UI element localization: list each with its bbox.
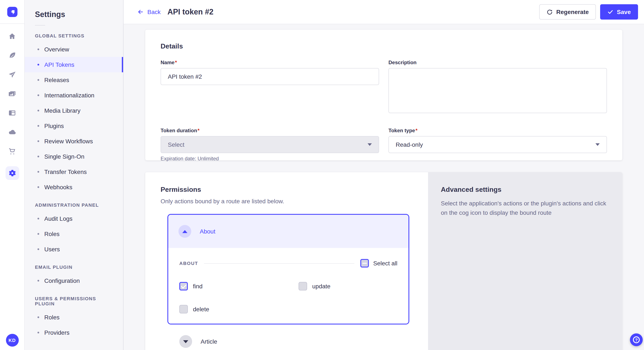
- chevron-down-icon: [183, 340, 188, 343]
- gear-icon[interactable]: [5, 166, 19, 180]
- sidebar-item-providers[interactable]: Providers: [25, 325, 123, 340]
- description-label: Description: [388, 59, 607, 65]
- token-type-value: Read-only: [396, 141, 423, 148]
- sidebar-item-up-roles[interactable]: Roles: [25, 310, 123, 325]
- bullet-icon: [38, 79, 39, 81]
- sidebar-item-review-workflows[interactable]: Review Workflows: [25, 134, 123, 149]
- advanced-settings-panel: Advanced settings Select the application…: [428, 172, 622, 350]
- token-duration-select[interactable]: Select: [160, 136, 379, 153]
- page-content: Details Name* Description Token duration…: [124, 24, 644, 350]
- sidebar-item-internationalization[interactable]: Internationalization: [25, 88, 123, 103]
- advanced-settings-heading: Advanced settings: [441, 186, 610, 193]
- sidebar-section-label: ADMINISTRATION PANEL: [25, 202, 123, 207]
- header-actions: Regenerate Save: [539, 4, 638, 19]
- details-heading: Details: [160, 42, 607, 50]
- chevron-up-icon: [182, 230, 188, 233]
- sidebar-section-admin-panel: ADMINISTRATION PANEL Audit Logs Roles Us…: [25, 202, 123, 257]
- name-input[interactable]: [160, 68, 379, 85]
- pen-icon[interactable]: [7, 50, 17, 60]
- name-field-group: Name*: [160, 59, 379, 115]
- sidebar-item-single-sign-on[interactable]: Single Sign-On: [25, 149, 123, 164]
- sidebar-section-label: GLOBAL SETTINGS: [25, 33, 123, 38]
- home-icon[interactable]: [7, 31, 17, 41]
- avatar[interactable]: KD: [6, 334, 18, 347]
- permissions-card: Permissions Only actions bound by a rout…: [145, 172, 622, 350]
- help-button[interactable]: ?: [630, 334, 643, 346]
- required-asterisk: *: [175, 59, 177, 65]
- actions-grid: find update delete: [179, 282, 398, 313]
- save-button[interactable]: Save: [600, 4, 638, 19]
- sidebar-item-webhooks[interactable]: Webhooks: [25, 179, 123, 195]
- bullet-icon: [38, 316, 39, 318]
- send-icon[interactable]: [7, 69, 17, 80]
- select-all-checkbox[interactable]: [360, 259, 369, 268]
- sidebar-item-api-tokens[interactable]: API Tokens: [25, 57, 123, 72]
- find-checkbox[interactable]: [179, 282, 188, 291]
- details-form: Name* Description: [160, 59, 607, 115]
- layout-icon[interactable]: [7, 108, 17, 118]
- action-find[interactable]: find: [179, 282, 298, 291]
- description-textarea[interactable]: [388, 68, 607, 113]
- permissions-subtitle: Only actions bound by a route are listed…: [145, 198, 428, 204]
- regenerate-button[interactable]: Regenerate: [539, 4, 596, 19]
- token-type-label: Token type*: [388, 128, 607, 134]
- token-type-select[interactable]: Read-only: [388, 136, 607, 153]
- question-mark-icon: ?: [633, 336, 640, 343]
- accordion-about: About ABOUT Select all: [168, 214, 409, 325]
- bullet-icon: [38, 64, 39, 65]
- action-update[interactable]: update: [298, 282, 398, 291]
- update-checkbox[interactable]: [298, 282, 307, 291]
- bullet-icon: [38, 171, 39, 173]
- action-delete[interactable]: delete: [179, 305, 298, 313]
- required-asterisk: *: [416, 128, 418, 134]
- about-section-row: ABOUT Select all: [179, 259, 398, 268]
- sidebar-item-audit-logs[interactable]: Audit Logs: [25, 211, 123, 226]
- permissions-heading: Permissions: [145, 186, 428, 193]
- expand-toggle-button[interactable]: [179, 335, 192, 348]
- regenerate-label: Regenerate: [556, 8, 589, 15]
- cloud-icon[interactable]: [7, 127, 17, 137]
- about-section-label: ABOUT: [179, 261, 198, 266]
- sidebar-item-transfer-tokens[interactable]: Transfer Tokens: [25, 164, 123, 179]
- back-label: Back: [147, 8, 160, 15]
- settings-sidebar: Settings GLOBAL SETTINGS Overview API To…: [25, 0, 124, 350]
- accordion-article-header[interactable]: Article: [145, 333, 428, 350]
- media-icon[interactable]: [7, 88, 17, 99]
- delete-checkbox[interactable]: [179, 305, 188, 313]
- strapi-settings-app: KD Settings GLOBAL SETTINGS Overview API…: [0, 0, 644, 350]
- description-field-group: Description: [388, 59, 607, 115]
- strapi-logo[interactable]: [7, 6, 17, 17]
- permissions-panel: Permissions Only actions bound by a rout…: [145, 172, 428, 350]
- bullet-icon: [38, 110, 39, 111]
- name-label: Name*: [160, 59, 379, 65]
- sidebar-item-users[interactable]: Users: [25, 242, 123, 257]
- collapse-toggle-button[interactable]: [178, 225, 191, 238]
- bullet-icon: [38, 186, 39, 188]
- bullet-icon: [38, 332, 39, 334]
- sidebar-item-media-library[interactable]: Media Library: [25, 103, 123, 118]
- refresh-icon: [546, 9, 553, 15]
- bullet-icon: [38, 248, 39, 250]
- check-icon: [608, 9, 614, 15]
- bullet-icon: [38, 94, 39, 96]
- find-label: find: [193, 283, 202, 290]
- sidebar-item-plugins[interactable]: Plugins: [25, 118, 123, 134]
- sidebar-item-overview[interactable]: Overview: [25, 42, 123, 57]
- back-button[interactable]: Back: [137, 8, 160, 15]
- sidebar-item-roles[interactable]: Roles: [25, 226, 123, 242]
- token-type-field-group: Token type* Read-only: [388, 128, 607, 162]
- cart-icon[interactable]: [7, 146, 17, 156]
- advanced-settings-description: Select the application's actions or the …: [441, 199, 610, 217]
- sidebar-item-releases[interactable]: Releases: [25, 72, 123, 88]
- accordion-about-header[interactable]: About: [168, 215, 408, 248]
- sidebar-section-users-permissions-plugin: USERS & PERMISSIONS PLUGIN Roles Provide…: [25, 296, 123, 340]
- select-all-control[interactable]: Select all: [360, 259, 398, 268]
- page-header: Back API token #2 Regenerate Save: [124, 0, 644, 24]
- bullet-icon: [38, 233, 39, 235]
- page-title: API token #2: [168, 7, 214, 16]
- expiration-hint: Expiration date: Unlimited: [160, 156, 379, 162]
- bullet-icon: [38, 48, 39, 50]
- bullet-icon: [38, 140, 39, 142]
- sidebar-item-configuration[interactable]: Configuration: [25, 273, 123, 288]
- bullet-icon: [38, 218, 39, 219]
